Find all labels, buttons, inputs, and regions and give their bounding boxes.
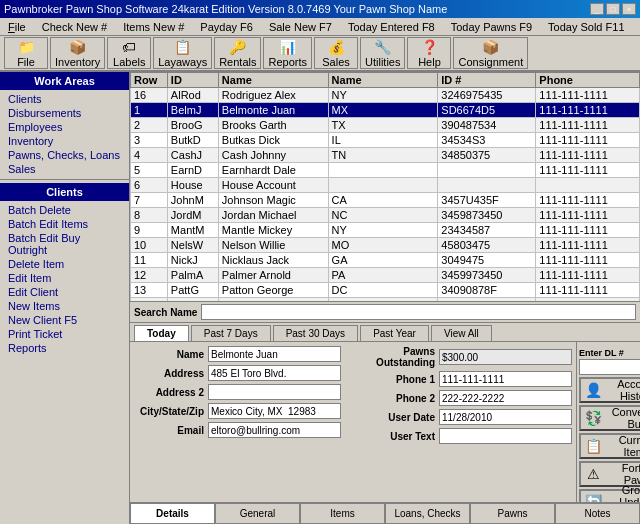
- sidebar-edit-item[interactable]: Edit Item: [0, 271, 129, 285]
- tab-notes[interactable]: Notes: [555, 503, 640, 524]
- sidebar-batch-edit-items[interactable]: Batch Edit Items: [0, 217, 129, 231]
- sidebar-delete-item[interactable]: Delete Item: [0, 257, 129, 271]
- col-header-name1[interactable]: Name: [218, 73, 328, 88]
- menu-payday[interactable]: Payday F6: [196, 20, 257, 34]
- cell-phone: 111-111-1111: [536, 268, 640, 283]
- table-row[interactable]: 6 House House Account: [131, 178, 640, 193]
- table-container[interactable]: Row ID Name Name ID # Phone 16 AlRod Rod…: [130, 72, 640, 302]
- menu-file[interactable]: File: [4, 20, 30, 34]
- name-input[interactable]: [208, 346, 341, 362]
- table-row[interactable]: 11 NickJ Nicklaus Jack GA 3049475 111-11…: [131, 253, 640, 268]
- table-row[interactable]: 16 AlRod Rodriguez Alex NY 3246975435 11…: [131, 88, 640, 103]
- work-areas-title: Work Areas: [0, 72, 129, 90]
- menu-today-sold[interactable]: Today Sold F11: [544, 20, 628, 34]
- form-row-phone2: Phone 2: [345, 390, 572, 406]
- address2-input[interactable]: [208, 384, 341, 400]
- tab-items[interactable]: Items: [300, 503, 385, 524]
- table-row[interactable]: 3 ButkD Butkas Dick IL 34534S3 111-111-1…: [131, 133, 640, 148]
- dl-input[interactable]: [579, 359, 640, 375]
- maximize-button[interactable]: □: [606, 3, 620, 15]
- tab-past30[interactable]: Past 30 Days: [273, 325, 358, 341]
- group-update-pawns-button[interactable]: 🔄 Group Update Pawns: [579, 489, 640, 502]
- table-row[interactable]: 14 PaytW Payton Walter IL F739B4F 111-11…: [131, 298, 640, 303]
- sidebar-item-inventory[interactable]: Inventory: [0, 134, 129, 148]
- menu-sale-new[interactable]: Sale New F7: [265, 20, 336, 34]
- phone2-input[interactable]: [439, 390, 572, 406]
- sidebar-new-client[interactable]: New Client F5: [0, 313, 129, 327]
- close-button[interactable]: ×: [622, 3, 636, 15]
- table-row[interactable]: 10 NelsW Nelson Willie MO 45803475 111-1…: [131, 238, 640, 253]
- cell-phone: 111-111-1111: [536, 253, 640, 268]
- toolbar-help[interactable]: ❓ Help: [407, 37, 451, 69]
- toolbar-file[interactable]: 📁 File: [4, 37, 48, 69]
- tab-past7[interactable]: Past 7 Days: [191, 325, 271, 341]
- email-input[interactable]: [208, 422, 341, 438]
- toolbar-consignment[interactable]: 📦 Consignment: [453, 37, 528, 69]
- inventory-icon: 📦: [69, 39, 86, 55]
- date-tabs-row: Today Past 7 Days Past 30 Days Past Year…: [130, 323, 640, 342]
- cell-id: AlRod: [167, 88, 218, 103]
- sidebar-item-disbursements[interactable]: Disbursements: [0, 106, 129, 120]
- cell-name1: Nicklaus Jack: [218, 253, 328, 268]
- sidebar-item-clients[interactable]: Clients: [0, 92, 129, 106]
- table-row[interactable]: 12 PalmA Palmer Arnold PA 3459973450 111…: [131, 268, 640, 283]
- table-row[interactable]: 13 PattG Patton George DC 34090878F 111-…: [131, 283, 640, 298]
- col-header-row[interactable]: Row: [131, 73, 168, 88]
- menu-today-entered[interactable]: Today Entered F8: [344, 20, 439, 34]
- sidebar-reports[interactable]: Reports: [0, 341, 129, 355]
- sidebar-print-ticket[interactable]: Print Ticket: [0, 327, 129, 341]
- toolbar-sales[interactable]: 💰 Sales: [314, 37, 358, 69]
- table-row[interactable]: 9 MantM Mantle Mickey NY 23434587 111-11…: [131, 223, 640, 238]
- tab-general[interactable]: General: [215, 503, 300, 524]
- search-input[interactable]: [201, 304, 636, 320]
- tab-view-all[interactable]: View All: [431, 325, 492, 341]
- tab-past-year[interactable]: Past Year: [360, 325, 429, 341]
- table-row[interactable]: 2 BrooG Brooks Garth TX 390487534 111-11…: [131, 118, 640, 133]
- toolbar-layaways[interactable]: 📋 Layaways: [153, 37, 212, 69]
- city-input[interactable]: [208, 403, 341, 419]
- current-items-button[interactable]: 📋 Current Items: [579, 433, 640, 459]
- sidebar-item-sales[interactable]: Sales: [0, 162, 129, 176]
- minimize-button[interactable]: _: [590, 3, 604, 15]
- tab-details[interactable]: Details: [130, 503, 215, 524]
- sidebar-item-pawns[interactable]: Pawns, Checks, Loans: [0, 148, 129, 162]
- menu-today-pawns[interactable]: Today Pawns F9: [447, 20, 536, 34]
- tab-today[interactable]: Today: [134, 325, 189, 341]
- menu-check-new[interactable]: Check New #: [38, 20, 111, 34]
- sidebar-batch-edit-buy[interactable]: Batch Edit Buy Outright: [0, 231, 129, 257]
- pawns-input: [439, 349, 572, 365]
- col-header-id[interactable]: ID: [167, 73, 218, 88]
- current-items-icon: 📋: [585, 438, 602, 454]
- tab-loans-checks[interactable]: Loans, Checks: [385, 503, 470, 524]
- toolbar-inventory[interactable]: 📦 Inventory: [50, 37, 105, 69]
- tab-pawns[interactable]: Pawns: [470, 503, 555, 524]
- toolbar-reports[interactable]: 📊 Reports: [263, 37, 312, 69]
- col-header-idnum[interactable]: ID #: [438, 73, 536, 88]
- menu-items-new[interactable]: Items New #: [119, 20, 188, 34]
- table-row[interactable]: 4 CashJ Cash Johnny TN 34850375 111-111-…: [131, 148, 640, 163]
- cell-name1: Palmer Arnold: [218, 268, 328, 283]
- toolbar-utilities[interactable]: 🔧 Utilities: [360, 37, 405, 69]
- table-row[interactable]: 1 BelmJ Belmonte Juan MX SD6674D5 111-11…: [131, 103, 640, 118]
- sidebar-edit-client[interactable]: Edit Client: [0, 285, 129, 299]
- cell-row: 4: [131, 148, 168, 163]
- sidebar-item-employees[interactable]: Employees: [0, 120, 129, 134]
- usertext-input[interactable]: [439, 428, 572, 444]
- sidebar-new-items[interactable]: New Items: [0, 299, 129, 313]
- userdate-input[interactable]: [439, 409, 572, 425]
- account-history-button[interactable]: 👤 Account History: [579, 377, 640, 403]
- phone1-input[interactable]: [439, 371, 572, 387]
- title-bar-buttons[interactable]: _ □ ×: [590, 3, 636, 15]
- address-input[interactable]: [208, 365, 341, 381]
- toolbar-labels[interactable]: 🏷 Labels: [107, 37, 151, 69]
- sidebar-batch-delete[interactable]: Batch Delete: [0, 203, 129, 217]
- cell-state: PA: [328, 268, 438, 283]
- toolbar-rentals[interactable]: 🔑 Rentals: [214, 37, 261, 69]
- table-row[interactable]: 7 JohnM Johnson Magic CA 3457U435F 111-1…: [131, 193, 640, 208]
- col-header-name2[interactable]: Name: [328, 73, 438, 88]
- table-row[interactable]: 8 JordM Jordan Michael NC 3459873450 111…: [131, 208, 640, 223]
- cell-state: IL: [328, 298, 438, 303]
- table-row[interactable]: 5 EarnD Earnhardt Dale 111-111-1111: [131, 163, 640, 178]
- convert-to-buy-button[interactable]: 💱 Convert to Buy: [579, 405, 640, 431]
- col-header-phone[interactable]: Phone: [536, 73, 640, 88]
